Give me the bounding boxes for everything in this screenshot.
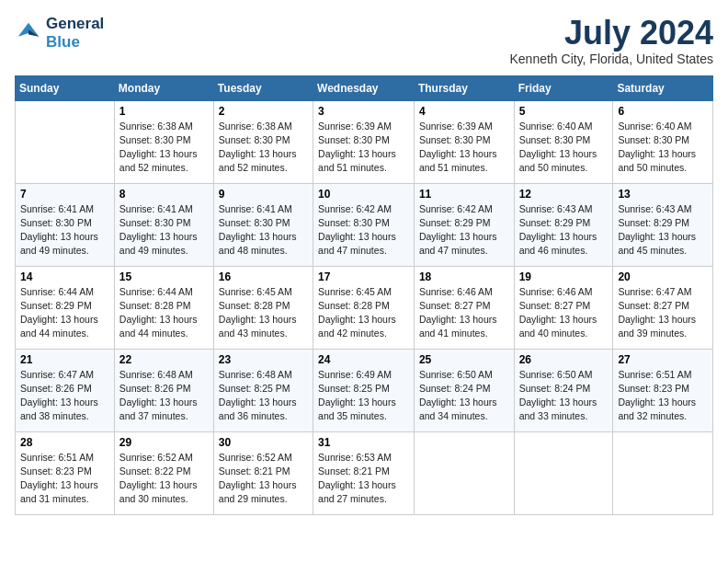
day-number: 12 <box>519 188 609 201</box>
weekday-header-cell: Thursday <box>414 75 514 100</box>
calendar-cell: 24 Sunrise: 6:49 AMSunset: 8:25 PMDaylig… <box>313 349 415 431</box>
day-info: Sunrise: 6:51 AMSunset: 8:23 PMDaylight:… <box>20 451 109 507</box>
day-info: Sunrise: 6:39 AMSunset: 8:30 PMDaylight:… <box>318 120 409 176</box>
calendar-cell: 13 Sunrise: 6:43 AMSunset: 8:29 PMDaylig… <box>613 183 713 266</box>
calendar-cell: 22 Sunrise: 6:48 AMSunset: 8:26 PMDaylig… <box>114 349 213 431</box>
calendar-body: 1 Sunrise: 6:38 AMSunset: 8:30 PMDayligh… <box>16 100 713 514</box>
day-info: Sunrise: 6:48 AMSunset: 8:25 PMDaylight:… <box>219 368 308 424</box>
day-number: 27 <box>618 353 708 366</box>
calendar-cell: 5 Sunrise: 6:40 AMSunset: 8:30 PMDayligh… <box>514 100 613 183</box>
logo-text: General Blue <box>46 15 104 52</box>
day-info: Sunrise: 6:46 AMSunset: 8:27 PMDaylight:… <box>419 285 509 341</box>
weekday-header-cell: Tuesday <box>213 75 313 100</box>
day-number: 23 <box>219 353 308 366</box>
day-number: 31 <box>318 436 409 449</box>
weekday-header-cell: Friday <box>514 75 613 100</box>
day-info: Sunrise: 6:45 AMSunset: 8:28 PMDaylight:… <box>318 285 409 341</box>
day-number: 3 <box>318 105 409 118</box>
day-number: 14 <box>20 270 109 283</box>
calendar-table: SundayMondayTuesdayWednesdayThursdayFrid… <box>15 75 713 515</box>
day-info: Sunrise: 6:40 AMSunset: 8:30 PMDaylight:… <box>519 120 609 176</box>
day-info: Sunrise: 6:39 AMSunset: 8:30 PMDaylight:… <box>419 120 509 176</box>
calendar-cell: 27 Sunrise: 6:51 AMSunset: 8:23 PMDaylig… <box>613 349 713 431</box>
day-info: Sunrise: 6:52 AMSunset: 8:22 PMDaylight:… <box>119 451 209 507</box>
day-info: Sunrise: 6:41 AMSunset: 8:30 PMDaylight:… <box>20 202 109 259</box>
calendar-cell: 8 Sunrise: 6:41 AMSunset: 8:30 PMDayligh… <box>114 183 213 266</box>
calendar-cell: 6 Sunrise: 6:40 AMSunset: 8:30 PMDayligh… <box>613 100 713 183</box>
day-info: Sunrise: 6:45 AMSunset: 8:28 PMDaylight:… <box>219 285 308 341</box>
weekday-header-cell: Saturday <box>613 75 713 100</box>
day-number: 25 <box>419 353 509 366</box>
day-number: 17 <box>318 270 409 283</box>
calendar-cell: 30 Sunrise: 6:52 AMSunset: 8:21 PMDaylig… <box>213 431 313 514</box>
calendar-cell: 12 Sunrise: 6:43 AMSunset: 8:29 PMDaylig… <box>514 183 613 266</box>
calendar-cell: 21 Sunrise: 6:47 AMSunset: 8:26 PMDaylig… <box>16 349 115 431</box>
day-number: 15 <box>119 270 209 283</box>
calendar-cell: 26 Sunrise: 6:50 AMSunset: 8:24 PMDaylig… <box>514 349 613 431</box>
day-number: 16 <box>219 270 308 283</box>
calendar-cell <box>414 431 514 514</box>
day-number: 4 <box>419 105 509 118</box>
logo: General Blue <box>15 15 104 52</box>
day-info: Sunrise: 6:49 AMSunset: 8:25 PMDaylight:… <box>318 368 409 424</box>
calendar-cell: 17 Sunrise: 6:45 AMSunset: 8:28 PMDaylig… <box>313 266 415 349</box>
calendar-cell: 4 Sunrise: 6:39 AMSunset: 8:30 PMDayligh… <box>414 100 514 183</box>
calendar-cell: 29 Sunrise: 6:52 AMSunset: 8:22 PMDaylig… <box>114 431 213 514</box>
calendar-week-row: 28 Sunrise: 6:51 AMSunset: 8:23 PMDaylig… <box>16 431 713 514</box>
day-info: Sunrise: 6:44 AMSunset: 8:29 PMDaylight:… <box>20 285 109 341</box>
calendar-cell: 9 Sunrise: 6:41 AMSunset: 8:30 PMDayligh… <box>213 183 313 266</box>
location-title: Kenneth City, Florida, United States <box>509 52 713 66</box>
month-title: July 2024 <box>509 15 713 52</box>
day-info: Sunrise: 6:47 AMSunset: 8:26 PMDaylight:… <box>20 368 109 424</box>
day-number: 24 <box>318 353 409 366</box>
title-area: July 2024 Kenneth City, Florida, United … <box>509 15 713 66</box>
day-number: 5 <box>519 105 609 118</box>
calendar-cell: 28 Sunrise: 6:51 AMSunset: 8:23 PMDaylig… <box>16 431 115 514</box>
day-info: Sunrise: 6:38 AMSunset: 8:30 PMDaylight:… <box>119 120 209 176</box>
day-info: Sunrise: 6:52 AMSunset: 8:21 PMDaylight:… <box>219 451 308 507</box>
day-info: Sunrise: 6:47 AMSunset: 8:27 PMDaylight:… <box>618 285 708 341</box>
calendar-cell: 18 Sunrise: 6:46 AMSunset: 8:27 PMDaylig… <box>414 266 514 349</box>
calendar-week-row: 7 Sunrise: 6:41 AMSunset: 8:30 PMDayligh… <box>16 183 713 266</box>
day-info: Sunrise: 6:50 AMSunset: 8:24 PMDaylight:… <box>519 368 609 424</box>
calendar-cell: 7 Sunrise: 6:41 AMSunset: 8:30 PMDayligh… <box>16 183 115 266</box>
day-info: Sunrise: 6:42 AMSunset: 8:29 PMDaylight:… <box>419 202 509 259</box>
calendar-cell: 11 Sunrise: 6:42 AMSunset: 8:29 PMDaylig… <box>414 183 514 266</box>
weekday-header-cell: Sunday <box>16 75 115 100</box>
day-number: 6 <box>618 105 708 118</box>
calendar-week-row: 21 Sunrise: 6:47 AMSunset: 8:26 PMDaylig… <box>16 349 713 431</box>
weekday-header-row: SundayMondayTuesdayWednesdayThursdayFrid… <box>16 75 713 100</box>
day-number: 19 <box>519 270 609 283</box>
day-info: Sunrise: 6:46 AMSunset: 8:27 PMDaylight:… <box>519 285 609 341</box>
calendar-cell: 1 Sunrise: 6:38 AMSunset: 8:30 PMDayligh… <box>114 100 213 183</box>
day-info: Sunrise: 6:43 AMSunset: 8:29 PMDaylight:… <box>519 202 609 259</box>
day-info: Sunrise: 6:40 AMSunset: 8:30 PMDaylight:… <box>618 120 708 176</box>
calendar-cell: 23 Sunrise: 6:48 AMSunset: 8:25 PMDaylig… <box>213 349 313 431</box>
day-info: Sunrise: 6:53 AMSunset: 8:21 PMDaylight:… <box>318 451 409 507</box>
day-info: Sunrise: 6:44 AMSunset: 8:28 PMDaylight:… <box>119 285 209 341</box>
day-info: Sunrise: 6:41 AMSunset: 8:30 PMDaylight:… <box>119 202 209 259</box>
calendar-cell: 15 Sunrise: 6:44 AMSunset: 8:28 PMDaylig… <box>114 266 213 349</box>
day-number: 20 <box>618 270 708 283</box>
calendar-cell: 31 Sunrise: 6:53 AMSunset: 8:21 PMDaylig… <box>313 431 415 514</box>
day-info: Sunrise: 6:42 AMSunset: 8:30 PMDaylight:… <box>318 202 409 259</box>
calendar-cell: 25 Sunrise: 6:50 AMSunset: 8:24 PMDaylig… <box>414 349 514 431</box>
calendar-cell: 19 Sunrise: 6:46 AMSunset: 8:27 PMDaylig… <box>514 266 613 349</box>
calendar-cell <box>613 431 713 514</box>
calendar-week-row: 14 Sunrise: 6:44 AMSunset: 8:29 PMDaylig… <box>16 266 713 349</box>
day-info: Sunrise: 6:51 AMSunset: 8:23 PMDaylight:… <box>618 368 708 424</box>
day-number: 10 <box>318 188 409 201</box>
calendar-cell: 3 Sunrise: 6:39 AMSunset: 8:30 PMDayligh… <box>313 100 415 183</box>
day-number: 13 <box>618 188 708 201</box>
day-number: 11 <box>419 188 509 201</box>
calendar-cell <box>16 100 115 183</box>
header: General Blue July 2024 Kenneth City, Flo… <box>15 15 713 66</box>
calendar-week-row: 1 Sunrise: 6:38 AMSunset: 8:30 PMDayligh… <box>16 100 713 183</box>
day-number: 21 <box>20 353 109 366</box>
day-number: 9 <box>219 188 308 201</box>
weekday-header-cell: Monday <box>114 75 213 100</box>
day-number: 2 <box>219 105 308 118</box>
calendar-cell: 10 Sunrise: 6:42 AMSunset: 8:30 PMDaylig… <box>313 183 415 266</box>
day-info: Sunrise: 6:38 AMSunset: 8:30 PMDaylight:… <box>219 120 308 176</box>
day-number: 29 <box>119 436 209 449</box>
